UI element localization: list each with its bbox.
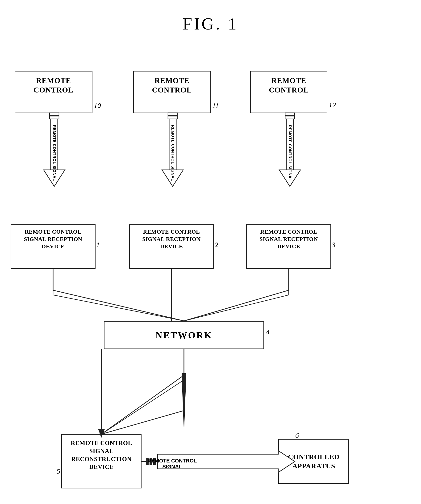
svg-line-45 [53,295,184,321]
page-title: FIG. 1 [0,0,421,43]
diagram-container: REMOTE CONTROL 10 REMOTE CONTROL 11 REMO… [0,38,421,498]
svg-line-48 [184,295,289,321]
svg-line-50 [101,380,184,434]
flow-lines-svg [0,38,421,498]
